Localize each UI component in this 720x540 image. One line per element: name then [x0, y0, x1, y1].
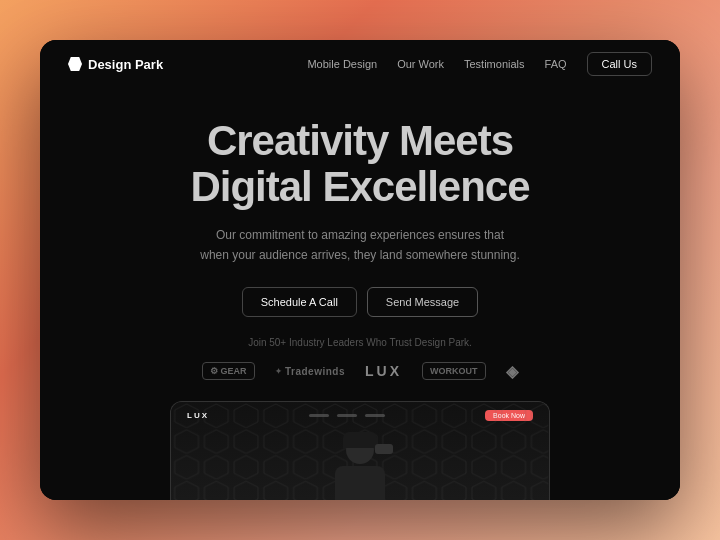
person-cap	[343, 432, 377, 448]
person-silhouette	[325, 436, 395, 500]
schedule-call-button[interactable]: Schedule A Call	[242, 287, 357, 317]
hero-title: Creativity Meets Digital Excellence	[190, 118, 529, 210]
hero-title-line2: Digital Excellence	[190, 163, 529, 210]
person-body	[335, 466, 385, 500]
brand-workout: WORKOUT	[422, 362, 486, 380]
logo-text: Design Park	[88, 57, 163, 72]
hero-section: Creativity Meets Digital Excellence Our …	[40, 88, 680, 500]
device-mockup: LUX Book Now	[170, 401, 550, 500]
device-screen: LUX Book Now	[171, 402, 549, 500]
logos-row: ⚙ GEAR Tradewinds LUX WORKOUT ◈	[202, 362, 518, 381]
hero-title-line1: Creativity Meets	[207, 117, 513, 164]
browser-window: Design Park Mobile Design Our Work Testi…	[40, 40, 680, 500]
logo: Design Park	[68, 57, 163, 72]
trust-text: Join 50+ Industry Leaders Who Trust Desi…	[248, 337, 472, 348]
brand-diamond: ◈	[506, 362, 519, 381]
brand-gear: ⚙ GEAR	[202, 362, 255, 380]
brand-tradewinds: Tradewinds	[275, 366, 346, 377]
nav-links: Mobile Design Our Work Testimonials FAQ …	[307, 52, 652, 76]
nav-mobile-design[interactable]: Mobile Design	[307, 58, 377, 70]
nav-testimonials[interactable]: Testimonials	[464, 58, 525, 70]
person-head	[346, 436, 374, 464]
navbar: Design Park Mobile Design Our Work Testi…	[40, 40, 680, 88]
send-message-button[interactable]: Send Message	[367, 287, 478, 317]
nav-faq[interactable]: FAQ	[545, 58, 567, 70]
nav-our-work[interactable]: Our Work	[397, 58, 444, 70]
hero-buttons: Schedule A Call Send Message	[242, 287, 478, 317]
person-camera	[375, 444, 393, 454]
logo-icon	[68, 57, 82, 71]
hero-subtitle: Our commitment to amazing experiences en…	[200, 226, 520, 264]
brand-lux: LUX	[365, 363, 402, 379]
call-us-button[interactable]: Call Us	[587, 52, 652, 76]
